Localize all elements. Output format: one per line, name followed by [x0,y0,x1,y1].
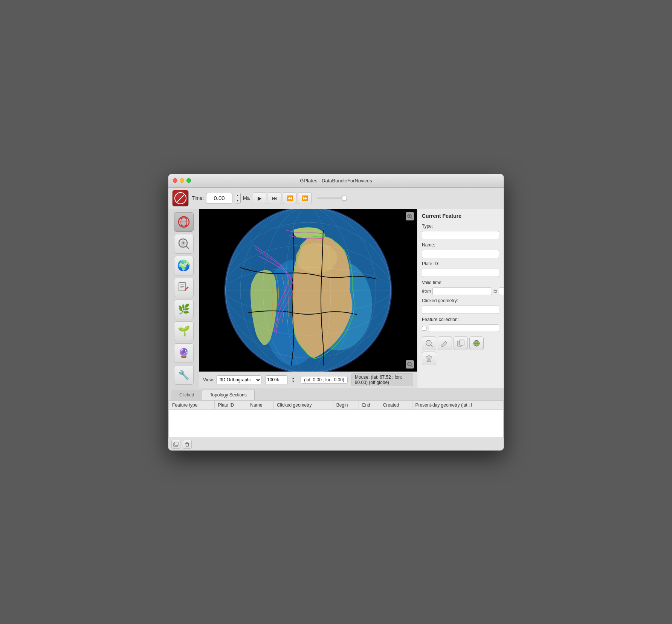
zoom-percent-up[interactable]: ▲ [292,376,297,380]
col-name: Name [247,401,274,409]
copy-icon [173,441,179,447]
name-input[interactable] [422,250,499,258]
export-feature-button[interactable] [469,336,484,350]
skip-to-start-button[interactable]: ⏮ [268,192,281,204]
lat-lon-coords: (lat: 0.00 ; lon: 0.00) [301,376,348,384]
bottom-tabs: Clicked Topology Sections [168,388,504,400]
window-title: GPlates - DataBundleForNovices [300,178,372,184]
zoom-plus-icon: + [177,237,191,251]
zoom-out-button[interactable] [406,360,414,369]
globe-column: View: 3D Orthographi ▲ ▼ (lat: 0.00 ; lo… [199,209,417,388]
svg-line-29 [411,217,412,219]
zoom-percent-input[interactable] [265,375,288,384]
close-button[interactable] [173,178,177,183]
col-clicked-geometry: Clicked geometry [273,401,333,409]
tab-topology-sections[interactable]: Topology Sections [202,390,254,400]
topology-sections-table: Feature type Plate ID Name Clicked geome… [169,401,503,432]
sidebar-tool-sphere[interactable]: 🔮 [174,343,194,363]
rewind-button[interactable]: ⏪ [283,192,296,204]
time-label: Time: [192,195,204,201]
col-begin: Begin [333,401,359,409]
spinner-up[interactable]: ▲ [235,193,240,198]
time-spinner[interactable]: ▲ ▼ [235,193,241,203]
svg-line-8 [186,246,188,248]
zoom-percent-down[interactable]: ▼ [292,380,297,383]
zoom-out-icon [407,361,413,367]
globe-viewport[interactable] [199,209,417,372]
misc-icon: 🔧 [178,370,189,380]
bottom-controls [168,438,504,450]
globe-icon [174,192,186,204]
svg-text:+: + [182,240,185,246]
playback-slider[interactable] [317,197,347,199]
globe-background [199,209,417,372]
playback-slider-thumb[interactable] [342,196,347,201]
svg-point-18 [296,243,337,273]
name-label: Name: [422,242,499,248]
type-input[interactable] [422,231,499,239]
table-row [169,409,503,432]
sidebar-tool-manipulate[interactable]: 🌱 [174,321,194,341]
edit-feature-button[interactable] [438,336,452,350]
svg-rect-48 [175,442,178,445]
view-label: View: [203,377,214,382]
bottom-table-area: Feature type Plate ID Name Clicked geome… [168,400,504,438]
panel-title: Current Feature [422,213,499,219]
valid-time-from-input[interactable] [432,288,492,295]
valid-time-label: Valid time: [422,280,499,285]
from-label: from [422,289,431,294]
globe-toolbar-button[interactable] [172,190,189,206]
plate-id-input[interactable] [422,269,499,277]
tab-clicked[interactable]: Clicked [171,390,202,400]
bottom-copy-button[interactable] [171,440,180,449]
svg-point-37 [427,341,430,344]
view-select-group: View: 3D Orthographi [203,375,261,384]
sidebar-tool-africa[interactable]: 🌍 [174,256,194,275]
time-section: Time: ▲ ▼ Ma [192,193,250,203]
sidebar-tool-zoom[interactable]: + [174,234,194,254]
sidebar-tool-edit[interactable] [174,278,194,297]
main-toolbar: Time: ▲ ▼ Ma ▶ ⏮ ⏪ ⏩ [168,188,504,209]
feature-col-input[interactable] [429,324,499,332]
rotate-icon [177,215,191,229]
valid-time-to-input[interactable] [499,288,504,295]
manipulate-icon: 🌱 [178,325,190,337]
col-end: End [359,401,380,409]
titlebar: GPlates - DataBundleForNovices [168,174,504,188]
traffic-lights [173,178,191,183]
select-icon: 🌿 [178,303,190,315]
zoom-in-icon [407,213,413,219]
bottom-delete-icon [184,441,190,447]
fast-forward-button[interactable]: ⏩ [298,192,312,204]
maximize-button[interactable] [186,178,191,183]
zoom-in-button[interactable] [406,212,414,220]
svg-rect-40 [460,340,464,345]
view-dropdown[interactable]: 3D Orthographi [216,375,261,384]
query-feature-button[interactable] [422,336,436,350]
clone-icon [457,339,465,347]
svg-line-36 [431,345,432,347]
col-created: Created [380,401,412,409]
clicked-geo-input[interactable] [422,306,499,314]
sidebar-tool-rotate[interactable] [174,212,194,232]
clicked-geo-label: Clicked geometry: [422,298,499,303]
bottom-delete-button[interactable] [183,440,192,449]
table-header-row: Feature type Plate ID Name Clicked geome… [169,401,503,409]
left-sidebar: + 🌍 🌿 🌱 [168,209,199,388]
query-icon [425,339,433,347]
right-panel: Current Feature Type: Name: Plate ID: Va… [417,209,504,388]
time-input[interactable] [206,193,232,203]
delete-feature-button[interactable] [422,352,436,365]
col-feature-type: Feature type [169,401,215,409]
feature-col-checkbox[interactable] [422,326,426,330]
sidebar-tool-misc[interactable]: 🔧 [174,365,194,385]
delete-icon [425,354,433,362]
plate-id-label: Plate ID: [422,261,499,266]
col-plate-id: Plate ID [215,401,247,409]
feature-col-row [422,324,499,332]
minimize-button[interactable] [180,178,184,183]
clone-feature-button[interactable] [454,336,468,350]
spinner-down[interactable]: ▼ [235,198,240,203]
sidebar-tool-select[interactable]: 🌿 [174,300,194,319]
play-button[interactable]: ▶ [253,192,266,204]
